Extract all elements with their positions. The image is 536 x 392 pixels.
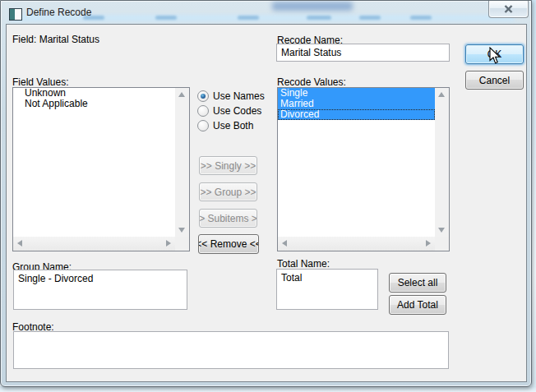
group-name-input[interactable]: Single - Divorced bbox=[13, 270, 187, 310]
screen: Define Recode Field: Marital Status Reco… bbox=[0, 0, 536, 392]
horizontal-scrollbar[interactable] bbox=[278, 237, 435, 251]
mouse-cursor bbox=[489, 47, 501, 65]
list-item-selected-focused[interactable]: Divorced bbox=[278, 109, 435, 120]
radio-use-codes[interactable]: Use Codes bbox=[197, 105, 261, 117]
scroll-up-icon[interactable] bbox=[178, 92, 185, 97]
radio-label: Use Names bbox=[213, 90, 265, 102]
radio-label: Use Codes bbox=[213, 105, 261, 117]
radio-use-names[interactable]: Use Names bbox=[197, 90, 265, 102]
field-values-listbox[interactable]: Unknown Not Applicable bbox=[12, 87, 190, 251]
remove-button[interactable]: << Remove << bbox=[198, 234, 259, 254]
field-label: Field: Marital Status bbox=[12, 34, 99, 45]
cancel-button[interactable]: Cancel bbox=[465, 71, 524, 90]
radio-unselected-icon bbox=[197, 120, 209, 131]
scrollbar-corner bbox=[175, 237, 189, 251]
footnote-input[interactable] bbox=[13, 331, 449, 369]
glass-blur-title bbox=[272, 2, 353, 11]
app-icon bbox=[9, 8, 22, 21]
radio-use-both[interactable]: Use Both bbox=[197, 120, 253, 131]
singly-button[interactable]: >> Singly >> bbox=[199, 156, 257, 175]
scroll-down-icon[interactable] bbox=[178, 228, 185, 233]
radio-selected-icon bbox=[197, 90, 209, 102]
dialog-client-area: Field: Marital Status Recode Name: OK Ca… bbox=[6, 24, 527, 382]
list-item[interactable]: Not Applicable bbox=[13, 99, 175, 109]
scrollbar-corner bbox=[435, 237, 449, 251]
define-recode-dialog: Define Recode Field: Marital Status Reco… bbox=[0, 0, 532, 387]
scroll-left-icon[interactable] bbox=[17, 240, 22, 247]
scroll-left-icon[interactable] bbox=[282, 240, 287, 247]
total-name-label: Total Name: bbox=[277, 258, 330, 270]
scroll-up-icon[interactable] bbox=[438, 92, 445, 97]
vertical-scrollbar[interactable] bbox=[435, 88, 449, 237]
radio-label: Use Both bbox=[213, 120, 253, 131]
scroll-down-icon[interactable] bbox=[438, 228, 445, 233]
vertical-scrollbar[interactable] bbox=[175, 88, 189, 237]
field-values-label: Field Values: bbox=[12, 76, 68, 88]
close-button[interactable] bbox=[488, 1, 529, 18]
scroll-right-icon[interactable] bbox=[166, 240, 171, 247]
recode-values-label: Recode Values: bbox=[277, 76, 346, 88]
total-name-input[interactable]: Total bbox=[276, 269, 378, 310]
background-window-bottom bbox=[0, 386, 536, 392]
close-icon bbox=[504, 5, 513, 13]
dialog-title: Define Recode bbox=[26, 7, 91, 18]
radio-unselected-icon bbox=[197, 105, 209, 117]
subitems-button[interactable]: >> Subitems >> bbox=[199, 209, 257, 228]
recode-values-listbox[interactable]: Single Married Divorced bbox=[277, 87, 450, 251]
add-total-button[interactable]: Add Total bbox=[389, 295, 446, 315]
group-button[interactable]: >> Group >> bbox=[199, 182, 257, 201]
horizontal-scrollbar[interactable] bbox=[13, 237, 175, 251]
select-all-button[interactable]: Select all bbox=[389, 273, 446, 293]
recode-name-input[interactable] bbox=[276, 44, 450, 62]
scroll-right-icon[interactable] bbox=[426, 240, 431, 247]
title-bar[interactable]: Define Recode bbox=[1, 1, 531, 24]
